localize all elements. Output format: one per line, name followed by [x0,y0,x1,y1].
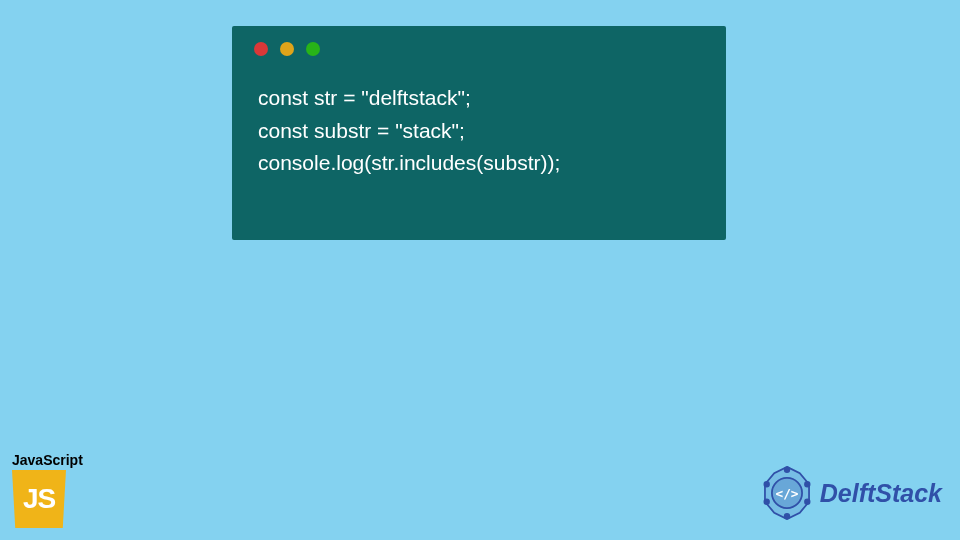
code-content: const str = "delftstack"; const substr =… [232,72,726,190]
maximize-dot-icon [306,42,320,56]
window-controls [232,26,726,72]
svg-point-9 [805,499,810,504]
code-line: const str = "delftstack"; [258,82,700,115]
minimize-dot-icon [280,42,294,56]
brand-logo-icon: </> [758,464,816,522]
brand-badge: </> DelftStack [758,464,942,522]
svg-point-7 [805,482,810,487]
javascript-badge: JavaScript JS [12,452,83,528]
svg-text:</>: </> [775,486,798,501]
code-line: console.log(str.includes(substr)); [258,147,700,180]
javascript-label: JavaScript [12,452,83,468]
svg-point-5 [784,514,789,519]
close-dot-icon [254,42,268,56]
brand-name: DelftStack [820,479,942,508]
svg-point-8 [764,499,769,504]
svg-point-6 [764,482,769,487]
code-window: const str = "delftstack"; const substr =… [232,26,726,240]
javascript-logo-icon: JS [12,470,66,528]
svg-point-4 [784,467,789,472]
javascript-logo-text: JS [23,483,55,515]
code-line: const substr = "stack"; [258,115,700,148]
